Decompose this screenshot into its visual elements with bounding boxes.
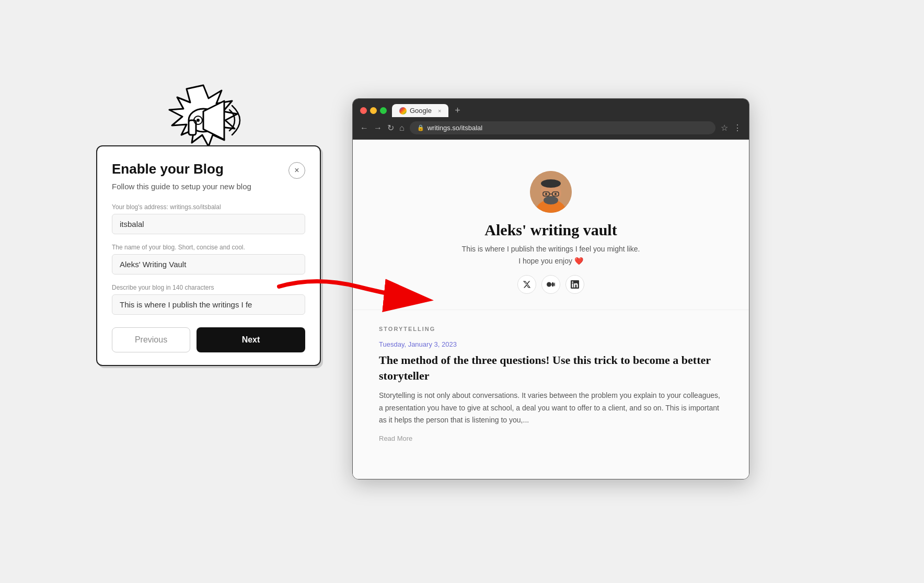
forward-button[interactable]: → bbox=[374, 123, 382, 133]
post-date: Tuesday, January 3, 2023 bbox=[379, 340, 723, 348]
blog-name-label: The name of your blog. Short, concise an… bbox=[112, 244, 305, 251]
google-favicon bbox=[399, 107, 407, 115]
active-tab[interactable]: Google × bbox=[392, 104, 448, 117]
blog-social-links bbox=[517, 275, 584, 294]
maximize-traffic-light[interactable] bbox=[380, 107, 387, 114]
read-more-link[interactable]: Read More bbox=[379, 435, 723, 442]
close-button[interactable]: × bbox=[288, 162, 305, 179]
dialog-subtitle: Follow this guide to setup your new blog bbox=[112, 182, 305, 191]
previous-button[interactable]: Previous bbox=[112, 327, 190, 352]
svg-point-15 bbox=[545, 193, 547, 195]
tab-bar: Google × + bbox=[392, 104, 465, 117]
blog-name-group: The name of your blog. Short, concise an… bbox=[112, 244, 305, 275]
blog-description: This is where I publish the writings I f… bbox=[462, 243, 640, 267]
dialog-title: Enable your Blog bbox=[112, 161, 224, 177]
blog-title: Aleks' writing vault bbox=[484, 221, 617, 239]
arrow-indicator bbox=[274, 271, 441, 325]
post-title: The method of the three questions! Use t… bbox=[379, 352, 723, 383]
home-button[interactable]: ⌂ bbox=[399, 123, 405, 133]
address-text: writings.so/itsbalal bbox=[428, 124, 483, 132]
tab-label: Google bbox=[410, 107, 432, 115]
bookmark-button[interactable]: ☆ bbox=[721, 123, 728, 133]
svg-point-10 bbox=[544, 196, 558, 204]
tab-close-button[interactable]: × bbox=[438, 108, 441, 114]
browser-chrome: Google × + ← → ↻ ⌂ 🔒 writings.so/itsbala… bbox=[353, 99, 749, 140]
lock-icon: 🔒 bbox=[417, 124, 424, 131]
traffic-lights bbox=[360, 107, 387, 114]
svg-point-4 bbox=[197, 119, 200, 122]
minimize-traffic-light[interactable] bbox=[370, 107, 377, 114]
blog-posts-section: STORYTELLING Tuesday, January 3, 2023 Th… bbox=[353, 310, 749, 458]
blog-desc-line2: I hope you enjoy ❤️ bbox=[518, 257, 583, 265]
address-bar-row: ← → ↻ ⌂ 🔒 writings.so/itsbalal ☆ ⋮ bbox=[360, 121, 742, 134]
back-button[interactable]: ← bbox=[360, 123, 368, 133]
dialog-footer: Previous Next bbox=[112, 327, 305, 352]
blog-address-group: Your blog's address: writings.so/itsbala… bbox=[112, 203, 305, 234]
close-traffic-light[interactable] bbox=[360, 107, 367, 114]
address-bar[interactable]: 🔒 writings.so/itsbalal bbox=[410, 121, 715, 134]
more-options-button[interactable]: ⋮ bbox=[733, 123, 742, 133]
new-tab-button[interactable]: + bbox=[451, 105, 465, 116]
twitter-link[interactable] bbox=[517, 275, 536, 294]
browser-top-bar: Google × + bbox=[360, 104, 742, 117]
medium-link[interactable] bbox=[541, 275, 560, 294]
blog-author-avatar bbox=[530, 171, 572, 213]
linkedin-link[interactable] bbox=[565, 275, 584, 294]
post-excerpt: Storytelling is not only about conversat… bbox=[379, 390, 723, 426]
section-tag: STORYTELLING bbox=[379, 326, 723, 332]
blog-address-input[interactable] bbox=[112, 214, 305, 234]
blog-address-label: Your blog's address: writings.so/itsbala… bbox=[112, 203, 305, 211]
blog-desc-line1: This is where I publish the writings I f… bbox=[462, 245, 640, 253]
megaphone-illustration bbox=[156, 83, 250, 151]
dialog-header: Enable your Blog × bbox=[112, 161, 305, 179]
svg-point-11 bbox=[541, 179, 561, 188]
svg-point-16 bbox=[555, 193, 557, 195]
next-button[interactable]: Next bbox=[197, 327, 305, 352]
refresh-button[interactable]: ↻ bbox=[387, 123, 394, 133]
enable-blog-dialog: Enable your Blog × Follow this guide to … bbox=[96, 145, 321, 366]
